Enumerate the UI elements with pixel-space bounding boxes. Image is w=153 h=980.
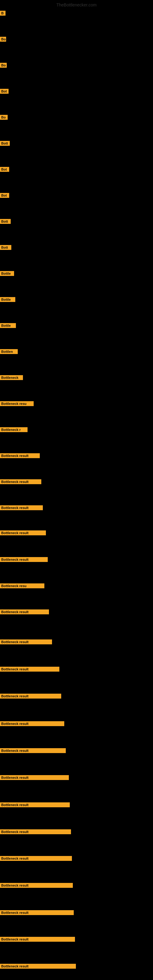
bar-item-18: Bottleneck result [0,479,41,485]
bar-label-24: Bottleneck result [0,640,52,644]
bar-label-7: Bot [0,193,9,198]
bar-item-22: Bottleneck resu [0,584,45,590]
bar-label-1: Bo [0,37,6,41]
bar-label-12: Bottle [0,323,16,328]
bar-label-3: Bot [0,89,9,94]
bar-label-20: Bottleneck result [0,530,46,535]
bar-item-7: Bot [0,193,9,199]
bar-label-32: Bottleneck result [0,856,72,861]
bar-label-15: Bottleneck resu [0,401,33,406]
bar-label-29: Bottleneck result [0,775,69,780]
bar-label-0: B [0,11,5,16]
bar-item-2: Bo [0,63,7,69]
bar-item-17: Bottleneck result [0,453,40,460]
bar-label-6: Bot [0,167,9,172]
bar-item-12: Bottle [0,323,16,329]
bar-label-11: Bottle [0,297,15,302]
bar-item-33: Bottleneck result [0,883,73,889]
bar-item-6: Bot [0,167,9,173]
bar-item-15: Bottleneck resu [0,401,33,407]
bar-item-10: Bottle [0,271,14,277]
bar-label-4: Bo [0,115,8,120]
bar-item-35: Bottleneck result [0,937,75,943]
bar-item-30: Bottleneck result [0,802,70,808]
bar-label-28: Bottleneck result [0,748,66,753]
bar-item-32: Bottleneck result [0,856,72,862]
bar-item-1: Bo [0,37,6,43]
bar-label-2: Bo [0,63,7,68]
bar-item-3: Bot [0,89,9,95]
bar-label-5: Bott [0,141,10,146]
bar-item-16: Bottleneck r [0,427,27,433]
bar-item-19: Bottleneck result [0,505,43,511]
bar-item-20: Bottleneck result [0,530,46,536]
bar-label-25: Bottleneck result [0,667,59,671]
bar-label-17: Bottleneck result [0,453,40,458]
bar-item-5: Bott [0,141,10,147]
bar-label-23: Bottleneck result [0,609,49,614]
bar-item-27: Bottleneck result [0,721,64,727]
bar-label-18: Bottleneck result [0,479,41,484]
bar-label-26: Bottleneck result [0,694,61,698]
bar-item-11: Bottle [0,297,15,303]
bar-label-22: Bottleneck resu [0,584,45,588]
bar-item-14: Bottleneck [0,375,23,381]
bar-label-8: Bott [0,219,11,224]
bar-item-25: Bottleneck result [0,667,59,673]
bar-label-19: Bottleneck result [0,505,43,510]
bar-item-31: Bottleneck result [0,829,71,835]
bar-item-34: Bottleneck result [0,910,74,916]
bar-label-13: Bottlen [0,349,18,354]
bar-label-10: Bottle [0,271,14,276]
bar-label-27: Bottleneck result [0,721,64,726]
bar-label-21: Bottleneck result [0,557,48,562]
bar-label-9: Bott [0,245,11,250]
bar-item-8: Bott [0,219,11,225]
bar-item-26: Bottleneck result [0,694,61,700]
bar-label-16: Bottleneck r [0,427,27,432]
bar-label-33: Bottleneck result [0,883,73,888]
bar-item-28: Bottleneck result [0,748,66,754]
bar-item-23: Bottleneck result [0,609,49,616]
bar-label-30: Bottleneck result [0,802,70,807]
site-title: TheBottlenecker.com [56,2,97,7]
bar-label-31: Bottleneck result [0,829,71,834]
bar-item-29: Bottleneck result [0,775,69,781]
bar-label-14: Bottleneck [0,375,23,380]
bar-label-36: Bottleneck result [0,964,76,969]
bar-label-34: Bottleneck result [0,910,74,915]
bar-item-36: Bottleneck result [0,964,76,970]
bar-item-24: Bottleneck result [0,640,52,646]
bar-item-9: Bott [0,245,11,251]
bar-item-13: Bottlen [0,349,18,355]
bar-item-0: B [0,11,5,17]
bar-item-21: Bottleneck result [0,557,48,563]
bar-label-35: Bottleneck result [0,937,75,942]
bar-item-4: Bo [0,115,8,121]
